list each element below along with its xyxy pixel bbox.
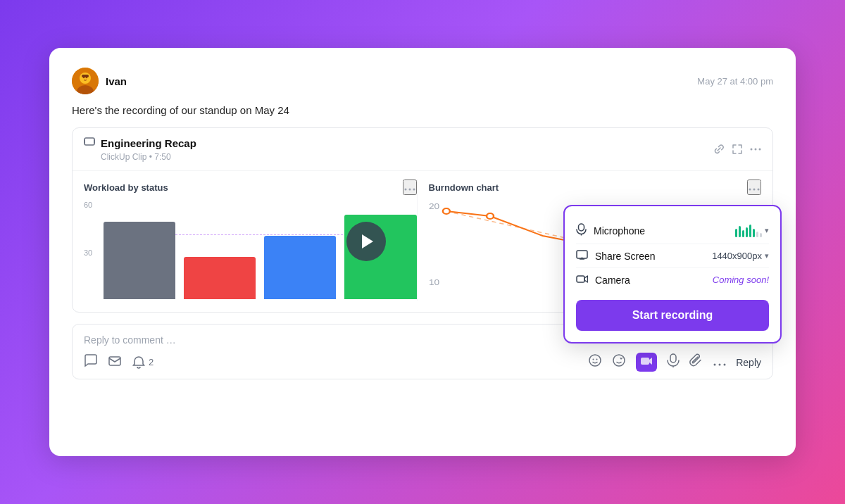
start-recording-button[interactable]: Start recording (576, 300, 769, 331)
post-header: Ivan May 27 at 4:00 pm (72, 68, 773, 94)
svg-rect-33 (670, 354, 676, 363)
mic-icon (576, 223, 587, 238)
svg-rect-6 (84, 138, 94, 145)
svg-point-22 (487, 213, 494, 219)
camera-row: Camera Coming soon! (576, 268, 769, 291)
share-screen-value[interactable]: 1440x900px ▾ (712, 251, 769, 261)
screen-icon (576, 250, 588, 262)
mic-bar-2 (739, 226, 741, 237)
emoji-icon[interactable] (588, 353, 602, 371)
burndown-chart-title: Burndown chart (429, 182, 499, 193)
svg-rect-5 (82, 75, 89, 77)
bell-notification[interactable]: 2 (132, 355, 154, 370)
clip-link-button[interactable] (713, 144, 725, 155)
svg-point-21 (442, 208, 449, 214)
microphone-chevron-icon: ▾ (765, 226, 769, 235)
mic-bar-8 (760, 233, 762, 237)
play-triangle-icon (362, 234, 373, 248)
svg-point-37 (724, 364, 726, 366)
svg-point-17 (758, 189, 760, 191)
reply-button[interactable]: Reply (736, 357, 761, 368)
svg-rect-27 (109, 357, 120, 365)
y-label-30: 30 (84, 248, 92, 257)
svg-point-9 (751, 149, 753, 151)
share-screen-text: Share Screen (595, 251, 656, 262)
svg-point-29 (593, 359, 594, 360)
bar-red (184, 257, 256, 299)
share-screen-label: Share Screen (576, 250, 656, 262)
clip-meta: ClickUp Clip • 7:50 (84, 149, 196, 162)
workload-title-row: Workload by status (84, 179, 417, 195)
microphone-label: Microphone (576, 223, 645, 238)
burndown-more-button[interactable] (747, 179, 761, 195)
workload-chart-title: Workload by status (84, 182, 168, 193)
reply-toolbar-right: Reply (588, 353, 761, 372)
reply-toolbar-left: 2 (84, 353, 154, 371)
svg-rect-7 (84, 139, 85, 144)
svg-point-28 (589, 355, 601, 366)
more-toolbar-icon[interactable] (713, 355, 726, 370)
clip-more-button[interactable] (750, 148, 761, 151)
reply-toolbar: 2 (84, 353, 761, 372)
svg-text:20: 20 (429, 202, 439, 210)
share-screen-row: Share Screen 1440x900px ▾ (576, 244, 769, 268)
svg-point-10 (755, 149, 757, 151)
play-button[interactable] (346, 222, 386, 261)
post-header-left: Ivan (72, 68, 127, 94)
camera-label: Camera (576, 274, 630, 286)
mic-level-bars (735, 225, 762, 237)
clip-title: Engineering Recap (101, 137, 196, 149)
svg-point-14 (413, 189, 415, 191)
camera-value: Coming soon! (713, 275, 769, 285)
share-screen-resolution: 1440x900px (712, 251, 762, 261)
mic-bar-6 (753, 229, 755, 237)
reaction-icon[interactable] (612, 353, 626, 371)
post-message: Here's the recording of our standup on M… (72, 104, 773, 116)
mic-bar-4 (746, 227, 748, 237)
svg-text:10: 10 (429, 278, 439, 286)
microphone-text: Microphone (594, 225, 645, 237)
svg-point-31 (613, 355, 625, 366)
clip-title-row: Engineering Recap (84, 137, 196, 149)
clip-header: Engineering Recap ClickUp Clip • 7:50 (73, 128, 772, 171)
mic-bar-1 (735, 229, 737, 237)
screen-chevron-icon: ▾ (765, 251, 769, 260)
workload-more-button[interactable] (403, 179, 417, 195)
post-timestamp: May 27 at 4:00 pm (697, 76, 773, 87)
avatar (72, 68, 99, 94)
bar-gray (104, 222, 175, 299)
svg-point-11 (759, 149, 761, 151)
camera-record-icon[interactable] (636, 353, 657, 372)
mic-bar-3 (742, 230, 744, 237)
svg-point-16 (753, 189, 756, 191)
mic-bar-7 (756, 232, 758, 237)
mic-bar-5 (749, 225, 751, 237)
camera-coming-soon: Coming soon! (713, 275, 769, 285)
svg-rect-32 (641, 358, 649, 365)
recording-popup: Microphone ▾ (563, 205, 782, 344)
clip-actions (713, 144, 761, 155)
microphone-value[interactable]: ▾ (735, 225, 769, 237)
svg-point-30 (596, 359, 598, 360)
svg-rect-38 (579, 224, 584, 231)
svg-rect-41 (577, 276, 584, 282)
attach-icon[interactable] (689, 353, 703, 371)
main-card: Ivan May 27 at 4:00 pm Here's the record… (49, 48, 796, 456)
mic-toolbar-icon[interactable] (667, 353, 680, 371)
svg-point-12 (404, 189, 406, 191)
microphone-row: Microphone ▾ (576, 218, 769, 244)
comment-icon[interactable] (84, 353, 98, 371)
camera-icon (576, 274, 588, 286)
svg-point-15 (749, 189, 751, 191)
clip-expand-button[interactable] (732, 144, 743, 155)
burndown-title-row: Burndown chart (429, 179, 762, 195)
author-name: Ivan (106, 75, 127, 87)
bar-blue (264, 236, 336, 299)
svg-point-36 (719, 364, 721, 366)
mail-icon[interactable] (108, 353, 122, 371)
y-label-60: 60 (84, 201, 92, 209)
clip-type-icon (84, 137, 95, 149)
svg-point-13 (408, 189, 411, 191)
svg-rect-8 (94, 139, 95, 144)
camera-text: Camera (595, 275, 630, 286)
